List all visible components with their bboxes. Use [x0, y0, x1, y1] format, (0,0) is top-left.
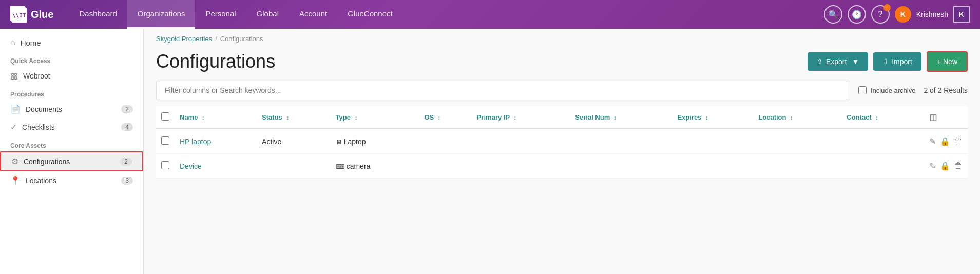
row-location-1	[753, 154, 841, 179]
col-status-label: Status	[262, 113, 282, 121]
search-input[interactable]	[165, 86, 841, 94]
sidebar-section-quick-access: Quick Access	[0, 51, 143, 67]
delete-icon-1[interactable]: 🗑	[954, 161, 963, 171]
bar-chart-icon: ▩	[10, 71, 18, 81]
import-icon: ⇩	[882, 57, 889, 66]
export-button[interactable]: ⇪ Export ▼	[808, 52, 868, 71]
row-name-link-0[interactable]: HP laptop	[180, 138, 211, 146]
col-os-label: OS	[424, 113, 434, 121]
logo-icon: \\IT	[10, 6, 27, 23]
select-all-col	[156, 106, 175, 129]
sidebar-item-checklists[interactable]: ✓ Checklists 4	[0, 118, 143, 136]
edit-icon-1[interactable]: ✎	[929, 161, 936, 171]
col-status[interactable]: Status ↕	[257, 106, 331, 129]
nav-personal[interactable]: Personal	[195, 0, 246, 29]
sidebar-item-locations[interactable]: 📍 Locations 3	[0, 171, 143, 189]
filter-bar: Include archive 2 of 2 Results	[144, 81, 980, 106]
row-contact-1	[841, 154, 924, 179]
row-name-1: Device	[175, 154, 257, 179]
row-checkbox-cell	[156, 154, 175, 179]
sidebar-section-procedures: Procedures	[0, 85, 143, 100]
col-os[interactable]: OS ↕	[419, 106, 471, 129]
check-icon: ✓	[10, 122, 17, 132]
header-actions: ⇪ Export ▼ ⇩ Import + New	[808, 51, 968, 72]
lock-icon-0[interactable]: 🔒	[940, 136, 950, 146]
table-header-row: Name ↕ Status ↕ Type ↕ OS	[156, 106, 968, 129]
row-checkbox-1[interactable]	[161, 161, 169, 169]
row-checkbox-0[interactable]	[161, 136, 169, 145]
configurations-count: 2	[120, 158, 132, 166]
import-button[interactable]: ⇩ Import	[873, 52, 921, 71]
nav-organizations[interactable]: Organizations	[127, 0, 196, 29]
clock-icon: 🕐	[852, 10, 862, 19]
row-serial-num-1	[570, 154, 672, 179]
sidebar-item-documents[interactable]: 📄 Documents 2	[0, 100, 143, 118]
results-count: 2 of 2 Results	[924, 86, 968, 94]
include-archive-label[interactable]: Include archive	[858, 86, 915, 94]
page-header: Configurations ⇪ Export ▼ ⇩ Import + New	[144, 47, 980, 81]
nav-account[interactable]: Account	[289, 0, 337, 29]
col-type[interactable]: Type ↕	[331, 106, 419, 129]
include-archive-checkbox[interactable]	[858, 86, 867, 94]
row-primary-ip-1	[472, 154, 570, 179]
new-button[interactable]: + New	[927, 51, 968, 72]
search-icon: 🔍	[828, 10, 838, 19]
select-all-checkbox[interactable]	[161, 112, 169, 121]
row-type-1: ⌨camera	[331, 154, 419, 179]
row-status-0: Active	[257, 129, 331, 154]
document-icon: 📄	[10, 104, 21, 114]
webroot-label: Webroot	[23, 72, 133, 80]
breadcrumb-org[interactable]: Skygold Properties	[156, 35, 212, 43]
help-button[interactable]: ? !	[871, 5, 890, 24]
delete-icon-0[interactable]: 🗑	[954, 136, 963, 146]
type-icon-0: 🖥	[336, 139, 342, 146]
row-name-0: HP laptop	[175, 129, 257, 154]
col-expires[interactable]: Expires ↕	[672, 106, 753, 129]
row-expires-1	[672, 154, 753, 179]
search-button[interactable]: 🔍	[824, 5, 842, 24]
table-container: Name ↕ Status ↕ Type ↕ OS	[144, 106, 980, 179]
search-container	[156, 81, 850, 100]
edit-icon-0[interactable]: ✎	[929, 136, 936, 146]
row-os-1	[419, 154, 471, 179]
breadcrumb: Skygold Properties / Configurations	[144, 29, 980, 47]
checklists-count: 4	[121, 123, 133, 131]
user-initial-button[interactable]: K	[953, 6, 970, 23]
col-contact-label: Contact	[847, 113, 871, 121]
sidebar-item-home[interactable]: ⌂ Home	[0, 34, 143, 51]
history-button[interactable]: 🕐	[848, 5, 866, 24]
column-toggle-icon[interactable]: ◫	[929, 113, 937, 122]
page-title: Configurations	[156, 51, 275, 72]
row-primary-ip-0	[472, 129, 570, 154]
gear-icon: ⚙	[11, 156, 18, 166]
col-contact[interactable]: Contact ↕	[841, 106, 924, 129]
col-actions: ◫	[924, 106, 968, 129]
col-serial-num-label: Serial Num	[575, 113, 610, 121]
row-name-link-1[interactable]: Device	[180, 162, 202, 170]
col-serial-num[interactable]: Serial Num ↕	[570, 106, 672, 129]
nav-global[interactable]: Global	[246, 0, 289, 29]
logo-text: Glue	[31, 9, 53, 21]
nav-glueconnect[interactable]: GlueConnect	[337, 0, 403, 29]
row-checkbox-cell	[156, 129, 175, 154]
sidebar-item-configurations[interactable]: ⚙ Configurations 2	[0, 151, 143, 171]
nav-dashboard[interactable]: Dashboard	[69, 0, 127, 29]
sort-serial-num-icon: ↕	[614, 114, 617, 121]
logo: \\IT Glue	[10, 6, 53, 23]
home-icon: ⌂	[10, 38, 15, 47]
col-name[interactable]: Name ↕	[175, 106, 257, 129]
user-name[interactable]: Krishnesh	[916, 10, 948, 18]
sidebar: ⌂ Home Quick Access ▩ Webroot Procedures…	[0, 29, 144, 274]
row-type-0: 🖥Laptop	[331, 129, 419, 154]
sidebar-section-core-assets: Core Assets	[0, 136, 143, 151]
table-row: HP laptop Active 🖥Laptop ✎ 🔒 🗑	[156, 129, 968, 154]
sidebar-item-webroot[interactable]: ▩ Webroot	[0, 67, 143, 85]
col-primary-ip[interactable]: Primary IP ↕	[472, 106, 570, 129]
row-actions-0: ✎ 🔒 🗑	[924, 129, 968, 154]
lock-icon-1[interactable]: 🔒	[940, 161, 950, 171]
col-type-label: Type	[336, 113, 351, 121]
col-location[interactable]: Location ↕	[753, 106, 841, 129]
sidebar-home-label: Home	[21, 38, 133, 47]
help-icon: ?	[878, 10, 882, 19]
nav-links: Dashboard Organizations Personal Global …	[69, 0, 823, 29]
